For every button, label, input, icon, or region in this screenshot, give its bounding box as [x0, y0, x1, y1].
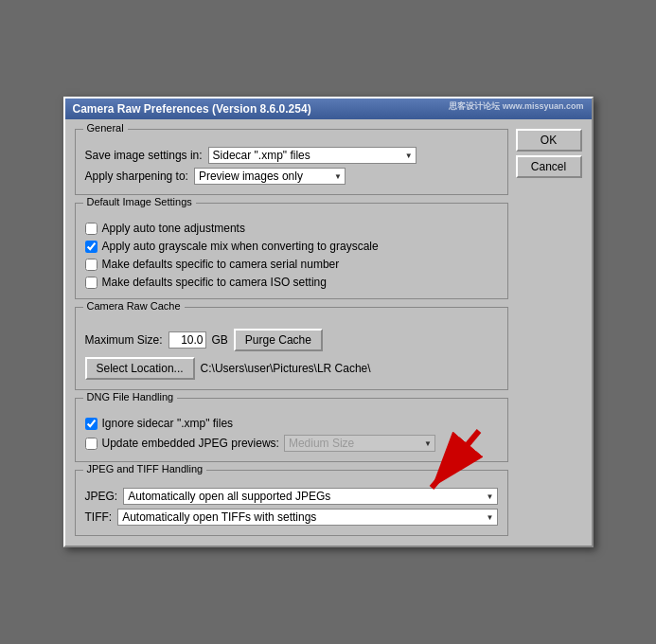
auto-grayscale-label: Apply auto grayscale mix when converting…	[102, 240, 379, 253]
max-size-input[interactable]	[168, 331, 206, 349]
side-buttons: OK Cancel	[516, 129, 582, 536]
location-row: Select Location... C:\Users\user\Picture…	[85, 357, 498, 380]
jpeg-tiff-section: JPEG and TIFF Handling JPEG: Automatical…	[75, 470, 508, 536]
update-jpeg-label: Update embedded JPEG previews:	[102, 437, 279, 450]
purge-cache-button[interactable]: Purge Cache	[234, 329, 323, 351]
ignore-sidecar-row: Ignore sidecar ".xmp" files	[85, 417, 498, 430]
ignore-sidecar-label: Ignore sidecar ".xmp" files	[102, 417, 234, 430]
jpeg-tiff-content: JPEG: Automatically open all supported J…	[85, 478, 498, 526]
default-image-settings-content: Apply auto tone adjustments Apply auto g…	[85, 211, 498, 289]
apply-sharpening-select[interactable]: Preview images only All images	[194, 168, 346, 185]
serial-number-checkbox[interactable]	[85, 259, 98, 271]
apply-sharpening-row: Apply sharpening to: Preview images only…	[85, 168, 498, 185]
preview-size-select[interactable]: Medium Size Full Size	[284, 435, 435, 452]
watermark-text: 思客设计论坛 www.missyuan.com	[449, 100, 583, 113]
ignore-sidecar-checkbox[interactable]	[85, 418, 98, 430]
tiff-label: TIFF:	[85, 510, 113, 524]
apply-sharpening-label: Apply sharpening to:	[85, 170, 188, 183]
jpeg-row: JPEG: Automatically open all supported J…	[85, 488, 498, 505]
update-jpeg-checkbox[interactable]	[85, 438, 98, 450]
dng-file-handling-content: Ignore sidecar ".xmp" files Update embed…	[85, 406, 498, 452]
default-image-settings-section: Default Image Settings Apply auto tone a…	[75, 203, 508, 299]
auto-tone-checkbox[interactable]	[85, 223, 98, 235]
gb-label: GB	[212, 333, 228, 347]
checkbox-row-1: Apply auto tone adjustments	[85, 222, 498, 235]
update-jpeg-row: Update embedded JPEG previews: Medium Si…	[85, 435, 498, 452]
select-location-button[interactable]: Select Location...	[85, 357, 195, 380]
save-settings-select[interactable]: Sidecar ".xmp" files Camera Raw database	[208, 147, 417, 164]
iso-setting-label: Make defaults specific to camera ISO set…	[102, 276, 327, 289]
save-settings-row: Save image settings in: Sidecar ".xmp" f…	[85, 147, 498, 164]
apply-sharpening-select-wrapper: Preview images only All images	[194, 168, 346, 185]
general-label: General	[83, 122, 128, 134]
max-size-row: Maximum Size: GB Purge Cache	[85, 329, 498, 351]
title-text: Camera Raw Preferences (Version 8.6.0.25…	[73, 102, 311, 116]
general-section: General Save image settings in: Sidecar …	[75, 129, 508, 195]
checkbox-row-3: Make defaults specific to camera serial …	[85, 258, 498, 271]
default-image-settings-label: Default Image Settings	[83, 196, 196, 207]
jpeg-select[interactable]: Automatically open all supported JPEGs A…	[123, 488, 497, 505]
dng-file-handling-label: DNG File Handling	[83, 391, 178, 402]
camera-raw-cache-label: Camera Raw Cache	[83, 300, 185, 312]
tiff-select-wrapper: Automatically open TIFFs with settings A…	[117, 509, 497, 526]
general-content: Save image settings in: Sidecar ".xmp" f…	[85, 137, 498, 185]
tiff-row: TIFF: Automatically open TIFFs with sett…	[85, 509, 498, 526]
auto-tone-label: Apply auto tone adjustments	[102, 222, 245, 235]
auto-grayscale-checkbox[interactable]	[85, 241, 98, 253]
serial-number-label: Make defaults specific to camera serial …	[102, 258, 340, 271]
main-content: General Save image settings in: Sidecar …	[75, 129, 508, 536]
jpeg-select-wrapper: Automatically open all supported JPEGs A…	[123, 488, 497, 505]
cancel-button[interactable]: Cancel	[516, 155, 582, 178]
checkbox-row-2: Apply auto grayscale mix when converting…	[85, 240, 498, 253]
camera-raw-cache-section: Camera Raw Cache Maximum Size: GB Purge …	[75, 307, 508, 390]
save-settings-label: Save image settings in:	[85, 149, 203, 162]
iso-setting-checkbox[interactable]	[85, 277, 98, 289]
save-settings-select-wrapper: Sidecar ".xmp" files Camera Raw database	[208, 147, 417, 164]
title-bar: Camera Raw Preferences (Version 8.6.0.25…	[65, 98, 592, 119]
location-path: C:\Users\user\Pictures\LR Cache\	[201, 362, 371, 375]
preview-size-wrapper: Medium Size Full Size	[284, 435, 435, 452]
dialog: Camera Raw Preferences (Version 8.6.0.25…	[63, 97, 594, 547]
max-size-label: Maximum Size:	[85, 333, 163, 347]
jpeg-tiff-label: JPEG and TIFF Handling	[83, 463, 207, 474]
checkbox-row-4: Make defaults specific to camera ISO set…	[85, 276, 498, 289]
dialog-body: General Save image settings in: Sidecar …	[65, 119, 592, 546]
jpeg-label: JPEG:	[85, 490, 118, 503]
dng-file-handling-section: DNG File Handling Ignore sidecar ".xmp" …	[75, 398, 508, 462]
ok-button[interactable]: OK	[516, 129, 582, 152]
camera-raw-cache-content: Maximum Size: GB Purge Cache Select Loca…	[85, 315, 498, 380]
tiff-select[interactable]: Automatically open TIFFs with settings A…	[117, 509, 497, 526]
